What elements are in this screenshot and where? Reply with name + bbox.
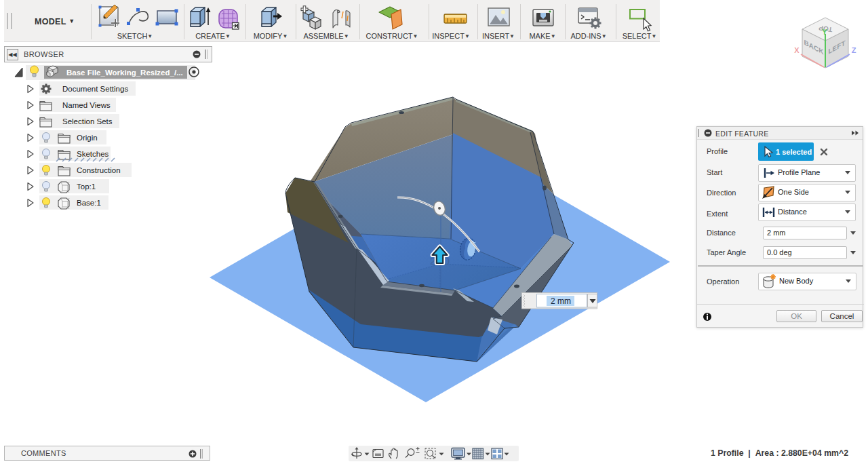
svg-text:Base:1: Base:1 <box>77 199 101 207</box>
svg-text:Origin: Origin <box>77 134 98 142</box>
svg-text:Top:1: Top:1 <box>77 182 96 191</box>
svg-text:X: X <box>794 46 800 54</box>
svg-text:Z: Z <box>852 46 856 54</box>
svg-text:Document Settings: Document Settings <box>62 85 128 93</box>
svg-text:1 selected: 1 selected <box>776 148 812 156</box>
svg-text:2 mm: 2 mm <box>551 296 571 306</box>
svg-text:Sketches: Sketches <box>77 150 109 158</box>
svg-text:Base File_Working_Resized_/...: Base File_Working_Resized_/... <box>66 69 183 77</box>
svg-text:Y: Y <box>822 28 827 36</box>
svg-text:Construction: Construction <box>77 166 121 174</box>
svg-text:Selection Sets: Selection Sets <box>62 117 113 125</box>
svg-text:Named Views: Named Views <box>62 101 111 109</box>
